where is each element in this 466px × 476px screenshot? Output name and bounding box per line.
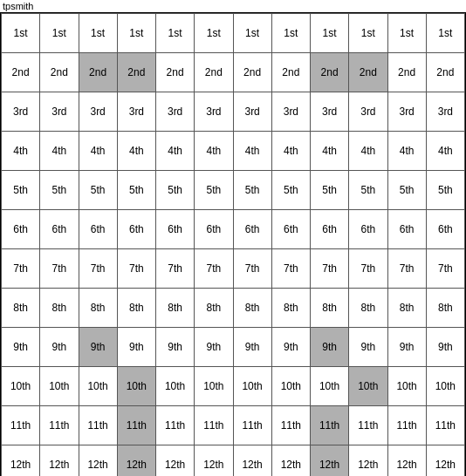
- table-cell: 9th: [40, 328, 79, 367]
- table-cell: 9th: [349, 328, 387, 367]
- table-cell: 12th: [195, 445, 233, 477]
- table-cell: 9th: [195, 328, 233, 367]
- table-cell: 7th: [2, 249, 40, 289]
- table-cell: 5th: [40, 171, 79, 210]
- table-cell: 1st: [195, 14, 233, 53]
- table-cell: 3rd: [233, 92, 271, 132]
- table-cell: 8th: [387, 289, 426, 328]
- table-cell: 8th: [156, 289, 195, 328]
- table-cell: 3rd: [271, 92, 310, 132]
- table-cell: 11th: [40, 406, 79, 445]
- table-cell: 4th: [233, 132, 271, 171]
- table-cell: 2nd: [156, 53, 195, 92]
- table-cell: 12th: [233, 445, 271, 477]
- table-cell: 6th: [117, 210, 155, 249]
- table-cell: 11th: [426, 406, 464, 445]
- table-cell: 1st: [349, 14, 387, 53]
- table-cell: 7th: [387, 249, 426, 289]
- table-cell: 11th: [79, 406, 117, 445]
- table-cell: 5th: [311, 171, 349, 210]
- table-cell: 3rd: [311, 92, 349, 132]
- table-cell: 10th: [40, 367, 79, 406]
- table-cell: 4th: [387, 132, 426, 171]
- table-cell: 2nd: [233, 53, 271, 92]
- table-cell: 11th: [387, 406, 426, 445]
- table-cell: 12th: [156, 445, 195, 477]
- table-cell: 8th: [40, 289, 79, 328]
- table-cell: 6th: [387, 210, 426, 249]
- table-cell: 10th: [271, 367, 310, 406]
- table-cell: 10th: [195, 367, 233, 406]
- table-cell: 6th: [311, 210, 349, 249]
- table-cell: 11th: [271, 406, 310, 445]
- table-cell: 7th: [349, 249, 387, 289]
- table-cell: 3rd: [117, 92, 155, 132]
- table-cell: 11th: [311, 406, 349, 445]
- table-cell: 3rd: [2, 92, 40, 132]
- table-cell: 4th: [40, 132, 79, 171]
- table-cell: 8th: [2, 289, 40, 328]
- table-cell: 5th: [426, 171, 464, 210]
- table-cell: 8th: [117, 289, 155, 328]
- table-cell: 2nd: [2, 53, 40, 92]
- table-cell: 12th: [271, 445, 310, 477]
- table-cell: 4th: [311, 132, 349, 171]
- table-cell: 10th: [156, 367, 195, 406]
- table-cell: 11th: [2, 406, 40, 445]
- table-cell: 11th: [349, 406, 387, 445]
- table-cell: 8th: [271, 289, 310, 328]
- table-cell: 8th: [311, 289, 349, 328]
- table-cell: 6th: [2, 210, 40, 249]
- table-cell: 12th: [387, 445, 426, 477]
- table-cell: 3rd: [40, 92, 79, 132]
- table-cell: 6th: [40, 210, 79, 249]
- table-cell: 7th: [233, 249, 271, 289]
- table-cell: 12th: [426, 445, 464, 477]
- table-cell: 1st: [387, 14, 426, 53]
- table-cell: 10th: [2, 367, 40, 406]
- app-title: tpsmith: [3, 1, 33, 11]
- table-cell: 6th: [79, 210, 117, 249]
- table-cell: 5th: [2, 171, 40, 210]
- table-cell: 2nd: [40, 53, 79, 92]
- table-cell: 1st: [426, 14, 464, 53]
- table-cell: 7th: [271, 249, 310, 289]
- table-cell: 4th: [2, 132, 40, 171]
- table-cell: 7th: [40, 249, 79, 289]
- table-cell: 3rd: [349, 92, 387, 132]
- table-cell: 7th: [117, 249, 155, 289]
- table-cell: 5th: [271, 171, 310, 210]
- table-cell: 9th: [2, 328, 40, 367]
- table-cell: 3rd: [195, 92, 233, 132]
- table-cell: 6th: [349, 210, 387, 249]
- table-cell: 12th: [311, 445, 349, 477]
- table-cell: 1st: [233, 14, 271, 53]
- grid-table: 1st1st1st1st1st1st1st1st1st1st1st1st2nd2…: [1, 13, 465, 476]
- table-cell: 3rd: [426, 92, 464, 132]
- table-cell: 2nd: [387, 53, 426, 92]
- title-bar: tpsmith: [0, 0, 466, 12]
- table-cell: 7th: [195, 249, 233, 289]
- table-cell: 1st: [156, 14, 195, 53]
- table-cell: 9th: [79, 328, 117, 367]
- table-cell: 10th: [117, 367, 155, 406]
- table-cell: 7th: [156, 249, 195, 289]
- table-cell: 9th: [387, 328, 426, 367]
- table-cell: 10th: [311, 367, 349, 406]
- table-cell: 10th: [79, 367, 117, 406]
- table-cell: 2nd: [271, 53, 310, 92]
- table-cell: 1st: [40, 14, 79, 53]
- table-cell: 11th: [233, 406, 271, 445]
- table-cell: 9th: [426, 328, 464, 367]
- table-cell: 1st: [271, 14, 310, 53]
- table-cell: 4th: [426, 132, 464, 171]
- table-cell: 7th: [426, 249, 464, 289]
- table-cell: 10th: [233, 367, 271, 406]
- table-cell: 9th: [233, 328, 271, 367]
- table-cell: 5th: [156, 171, 195, 210]
- table-cell: 9th: [117, 328, 155, 367]
- table-cell: 12th: [40, 445, 79, 477]
- table-cell: 3rd: [79, 92, 117, 132]
- table-cell: 9th: [311, 328, 349, 367]
- table-cell: 1st: [117, 14, 155, 53]
